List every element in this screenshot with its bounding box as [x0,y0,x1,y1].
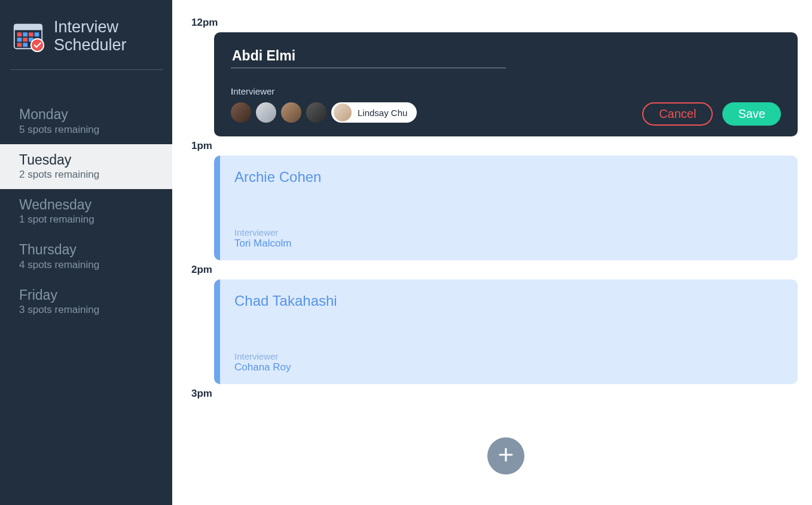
svg-rect-3 [23,32,28,36]
day-name: Thursday [19,242,172,257]
day-name: Monday [19,107,172,122]
svg-rect-1 [14,25,42,31]
appointment-card-2pm[interactable]: Chad Takahashi Interviewer Cohana Roy [214,279,798,384]
appointment-card-1pm[interactable]: Archie Cohen Interviewer Tori Malcolm [214,156,798,260]
interviewer-name: Tori Malcolm [234,238,783,250]
day-spots: 2 spots remaining [19,169,172,181]
interviewer-label: Interviewer [231,86,781,96]
day-item-friday[interactable]: Friday 3 spots remaining [0,279,172,324]
student-name: Chad Takahashi [234,293,783,309]
svg-rect-9 [17,43,22,47]
day-spots: 4 spots remaining [19,259,172,271]
interviewer-avatar-2[interactable] [256,102,276,123]
calendar-logo-icon [11,19,45,53]
empty-slot-3pm [214,403,798,505]
interviewer-avatar-3[interactable] [281,102,301,123]
appointment-form: Interviewer Lindsay Chu Cancel Save [214,32,798,136]
day-spots: 5 spots remaining [19,124,172,136]
student-name-input[interactable] [231,47,506,68]
time-label-3pm: 3pm [191,388,798,400]
logo-divider [11,69,163,70]
time-label-12pm: 12pm [191,17,798,29]
day-item-wednesday[interactable]: Wednesday 1 spot remaining [0,189,172,234]
day-name: Tuesday [19,153,172,168]
interviewer-avatar-4[interactable] [306,102,326,123]
time-label-1pm: 1pm [191,140,798,152]
app-title: Interview Scheduler [54,18,127,54]
selected-interviewer-chip[interactable]: Lindsay Chu [331,102,417,123]
day-list: Monday 5 spots remaining Tuesday 2 spots… [0,99,172,324]
day-spots: 1 spot remaining [19,214,172,226]
svg-rect-2 [17,32,22,36]
add-appointment-button[interactable] [487,437,524,474]
svg-rect-5 [35,32,39,36]
interviewer-name: Cohana Roy [234,361,783,373]
plus-icon [497,446,515,466]
save-button[interactable]: Save [722,102,781,126]
svg-rect-10 [23,43,28,47]
interviewer-avatar-selected [334,104,352,121]
cancel-button[interactable]: Cancel [642,102,713,126]
student-name: Archie Cohen [234,169,783,185]
svg-point-11 [31,39,44,51]
interviewer-label: Interviewer [234,351,783,361]
interviewer-avatar-1[interactable] [231,102,251,123]
day-name: Friday [19,288,172,303]
day-name: Wednesday [19,197,172,212]
svg-rect-4 [29,32,33,36]
day-spots: 3 spots remaining [19,304,172,316]
logo-block: Interview Scheduler [0,0,172,82]
day-item-tuesday[interactable]: Tuesday 2 spots remaining [0,144,172,189]
svg-rect-7 [23,38,28,42]
day-item-thursday[interactable]: Thursday 4 spots remaining [0,234,172,279]
selected-interviewer-name: Lindsay Chu [358,108,407,118]
svg-rect-6 [17,38,22,42]
schedule: 12pm Interviewer Lindsay Chu Cancel Save… [172,0,812,505]
sidebar: Interview Scheduler Monday 5 spots remai… [0,0,172,505]
day-item-monday[interactable]: Monday 5 spots remaining [0,99,172,144]
interviewer-label: Interviewer [234,227,783,238]
time-label-2pm: 2pm [191,264,798,276]
